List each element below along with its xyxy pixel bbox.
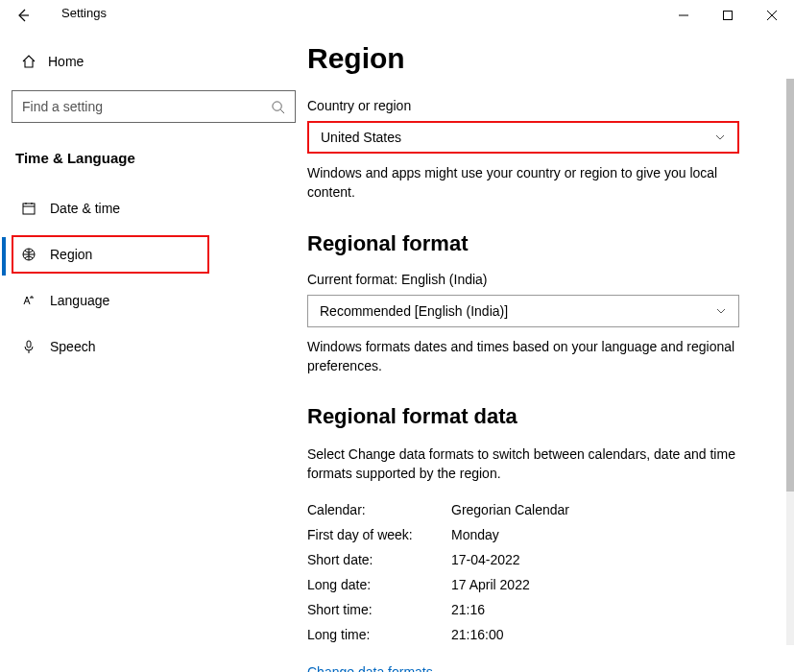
back-button[interactable] <box>0 0 46 31</box>
sidebar-section-title: Time & Language <box>12 150 300 166</box>
sidebar-item-date-time[interactable]: Date & time <box>12 189 300 228</box>
change-data-formats-link[interactable]: Change data formats <box>307 664 758 672</box>
close-icon <box>767 11 777 20</box>
country-value: United States <box>321 130 401 145</box>
content-area: Region Country or region United States W… <box>307 31 794 672</box>
regional-format-dropdown[interactable]: Recommended [English (India)] <box>307 295 739 327</box>
microphone-icon <box>15 339 42 354</box>
svg-rect-0 <box>724 12 733 20</box>
minimize-icon <box>679 11 688 20</box>
svg-rect-2 <box>23 204 35 214</box>
sidebar-item-label: Region <box>50 247 92 262</box>
arrow-left-icon <box>15 8 31 23</box>
sidebar-item-language[interactable]: Language <box>12 281 300 320</box>
data-row: Long date:17 April 2022 <box>307 572 758 597</box>
window-title: Settings <box>61 6 107 20</box>
page-title: Region <box>307 42 758 75</box>
svg-point-1 <box>273 101 281 109</box>
data-row: Long time:21:16:00 <box>307 622 758 647</box>
language-icon <box>15 293 42 308</box>
sidebar-item-label: Date & time <box>50 201 120 216</box>
regional-data-heading: Regional format data <box>307 404 758 429</box>
maximize-icon <box>723 11 733 20</box>
scrollbar-thumb[interactable] <box>786 79 794 492</box>
search-icon <box>271 100 285 114</box>
globe-icon <box>15 247 42 262</box>
maximize-button[interactable] <box>706 0 750 31</box>
regional-data-table: Calendar:Gregorian Calendar First day of… <box>307 497 758 647</box>
sidebar: Home Time & Language Date & time Region … <box>0 31 307 672</box>
sidebar-item-speech[interactable]: Speech <box>12 327 300 366</box>
minimize-button[interactable] <box>662 0 706 31</box>
home-button[interactable]: Home <box>12 42 300 81</box>
sidebar-item-label: Language <box>50 293 109 308</box>
country-label: Country or region <box>307 98 758 113</box>
search-input[interactable] <box>12 90 296 123</box>
sidebar-item-region[interactable]: Region <box>12 235 209 274</box>
search-field[interactable] <box>22 99 253 114</box>
home-label: Home <box>48 54 84 69</box>
data-row: Short time:21:16 <box>307 597 758 622</box>
data-row: Calendar:Gregorian Calendar <box>307 497 758 522</box>
current-format-label: Current format: English (India) <box>307 272 758 287</box>
country-desc: Windows and apps might use your country … <box>307 163 739 203</box>
data-row: Short date:17-04-2022 <box>307 547 758 572</box>
regional-data-desc: Select Change data formats to switch bet… <box>307 444 739 484</box>
calendar-icon <box>15 201 42 216</box>
regional-format-value: Recommended [English (India)] <box>320 303 508 319</box>
chevron-down-icon <box>714 132 726 143</box>
home-icon <box>15 54 42 69</box>
regional-format-heading: Regional format <box>307 231 758 256</box>
data-row: First day of week:Monday <box>307 522 758 547</box>
close-button[interactable] <box>750 0 794 31</box>
country-dropdown[interactable]: United States <box>307 121 739 154</box>
scrollbar-track[interactable] <box>786 79 794 645</box>
sidebar-item-label: Speech <box>50 339 95 354</box>
titlebar: Settings <box>0 0 794 31</box>
svg-rect-4 <box>27 341 31 348</box>
chevron-down-icon <box>715 305 727 317</box>
regional-format-desc: Windows formats dates and times based on… <box>307 337 739 376</box>
window-controls <box>662 0 794 31</box>
